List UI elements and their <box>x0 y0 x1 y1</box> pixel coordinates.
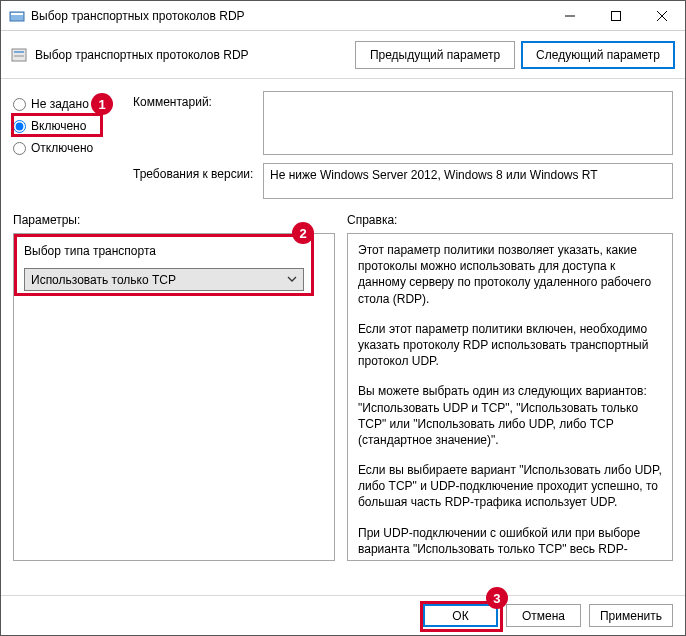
radio-enabled-input[interactable] <box>13 120 26 133</box>
fields: Комментарий: Требования к версии: Не ниж… <box>123 91 673 207</box>
help-p5: При UDP-подключении с ошибкой или при вы… <box>358 525 666 561</box>
help-p4: Если вы выбираете вариант "Использовать … <box>358 462 666 511</box>
radio-enabled-label: Включено <box>31 119 86 133</box>
radio-enabled[interactable]: Включено <box>13 119 123 133</box>
comment-label: Комментарий: <box>133 91 263 155</box>
parameters-panel: Выбор типа транспорта Использовать тольк… <box>13 233 335 561</box>
version-text: Не ниже Windows Server 2012, Windows 8 и… <box>270 168 598 182</box>
policy-icon <box>11 47 27 63</box>
app-icon <box>9 8 25 24</box>
state-radio-group: Не задано Включено Отключено 1 <box>13 91 123 207</box>
ok-button-label: ОК <box>452 609 468 623</box>
svg-rect-8 <box>14 55 24 57</box>
radio-disabled-input[interactable] <box>13 142 26 155</box>
radio-not-configured[interactable]: Не задано <box>13 97 123 111</box>
version-label: Требования к версии: <box>133 163 263 199</box>
radio-not-configured-input[interactable] <box>13 98 26 111</box>
apply-button[interactable]: Применить <box>589 604 673 627</box>
svg-rect-3 <box>612 11 621 20</box>
help-header: Справка: <box>347 213 673 227</box>
svg-rect-7 <box>14 51 24 53</box>
window-title: Выбор транспортных протоколов RDP <box>31 9 547 23</box>
version-box: Не ниже Windows Server 2012, Windows 8 и… <box>263 163 673 199</box>
bottom-bar: ОК 3 Отмена Применить <box>1 595 685 635</box>
close-button[interactable] <box>639 1 685 31</box>
radio-disabled[interactable]: Отключено <box>13 141 123 155</box>
previous-setting-button[interactable]: Предыдущий параметр <box>355 41 515 69</box>
radio-not-configured-label: Не задано <box>31 97 89 111</box>
titlebar: Выбор транспортных протоколов RDP <box>1 1 685 31</box>
help-p3: Вы можете выбрать один из следующих вари… <box>358 383 666 448</box>
help-panel[interactable]: Этот параметр политики позволяет указать… <box>347 233 673 561</box>
svg-rect-1 <box>11 13 23 15</box>
ok-button[interactable]: ОК 3 <box>423 604 498 627</box>
help-p2: Если этот параметр политики включен, нео… <box>358 321 666 370</box>
transport-combobox[interactable]: Использовать только TCP <box>24 268 304 291</box>
dialog-window: Выбор транспортных протоколов RDP Выбор … <box>0 0 686 636</box>
next-setting-button[interactable]: Следующий параметр <box>521 41 675 69</box>
help-p1: Этот параметр политики позволяет указать… <box>358 242 666 307</box>
cancel-button[interactable]: Отмена <box>506 604 581 627</box>
header: Выбор транспортных протоколов RDP Предыд… <box>1 31 685 79</box>
header-title: Выбор транспортных протоколов RDP <box>35 48 349 62</box>
minimize-button[interactable] <box>547 1 593 31</box>
transport-combobox-value: Использовать только TCP <box>31 273 176 287</box>
radio-disabled-label: Отключено <box>31 141 93 155</box>
chevron-down-icon <box>287 273 297 287</box>
comment-textarea[interactable] <box>263 91 673 155</box>
maximize-button[interactable] <box>593 1 639 31</box>
parameters-header: Параметры: <box>13 213 335 227</box>
content: Не задано Включено Отключено 1 Комментар… <box>1 81 685 595</box>
window-buttons <box>547 1 685 31</box>
transport-label: Выбор типа транспорта <box>24 244 324 258</box>
